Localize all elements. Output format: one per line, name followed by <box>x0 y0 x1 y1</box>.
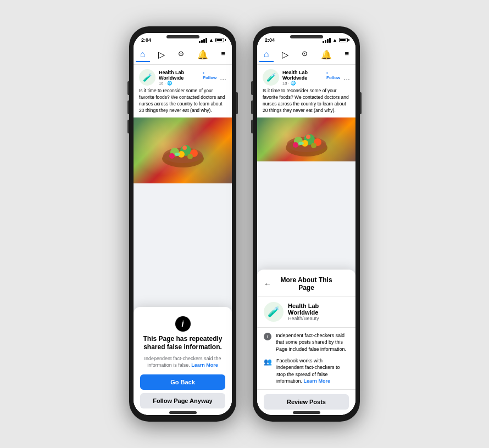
post-more-left[interactable]: ... <box>220 74 226 81</box>
menu-icon: ≡ <box>221 49 225 58</box>
signal-icon-right <box>323 38 331 43</box>
nav-people-right[interactable]: ⊙ <box>297 48 312 62</box>
nav-menu-right[interactable]: ≡ <box>340 48 353 62</box>
nav-bar-left: ⌂ ▷ ⊙ 🔔 ≡ <box>134 45 232 65</box>
feed-left: 🧪 Health Lab Worldwide • Follow 1d · 🌐 .… <box>134 65 232 415</box>
scene: 2:04 ▲ ⌂ <box>118 15 371 433</box>
time-right: 2:04 <box>265 37 275 43</box>
post-time-left: 1d · 🌐 <box>159 81 216 86</box>
phone-left: 2:04 ▲ ⌂ <box>129 26 236 422</box>
svg-point-19 <box>298 142 304 145</box>
info-item-text-2: Facebook works with independent fact-che… <box>276 357 349 385</box>
home-icon-right: ⌂ <box>264 49 269 59</box>
status-icons-left: ▲ <box>199 37 224 43</box>
phone-screen-left: 2:04 ▲ ⌂ <box>134 33 232 415</box>
post-text-left: Is it time to reconsider some of your fa… <box>134 88 232 117</box>
page-avatar-left: 🧪 <box>139 69 155 86</box>
page-info-header: 🧪 Health Lab Worldwide Health/Beauty <box>257 296 355 328</box>
post-card-left: 🧪 Health Lab Worldwide • Follow 1d · 🌐 .… <box>134 65 232 183</box>
bell-icon-right: 🔔 <box>321 49 332 60</box>
post-header-right: 🧪 Health Lab Worldwide • Follow 1d · 🌐 .… <box>257 65 355 88</box>
page-info-sheet: ← More About This Page 🧪 Health Lab Worl… <box>257 270 355 415</box>
nav-bell-right[interactable]: 🔔 <box>316 48 336 62</box>
video-icon-right: ▷ <box>282 49 288 60</box>
feed-right: 🧪 Health Lab Worldwide • Follow 1d · 🌐 .… <box>257 65 355 415</box>
post-time-right: 1d · 🌐 <box>282 81 340 86</box>
warning-sheet-left: i This Page has repeatedly shared false … <box>134 307 232 415</box>
go-back-button[interactable]: Go Back <box>140 374 225 390</box>
svg-point-9 <box>175 153 180 156</box>
info-icon-1: i <box>264 333 271 340</box>
warning-subtitle: Independent fact-checkers said the infor… <box>140 355 225 369</box>
post-page-name-right: Health Lab Worldwide <box>282 70 325 81</box>
signal-icon <box>199 38 207 43</box>
svg-point-16 <box>293 142 298 148</box>
learn-more-link-right[interactable]: Learn More <box>304 378 331 384</box>
salad-svg-right <box>282 120 331 159</box>
review-posts-button[interactable]: Review Posts <box>264 394 349 410</box>
status-icons-right: ▲ <box>323 37 348 43</box>
info-item-text-1: Independent fact-checkers said that some… <box>276 332 349 353</box>
bell-icon: 🔔 <box>197 49 208 60</box>
salad-svg <box>158 131 208 170</box>
warning-info-icon: i <box>140 316 225 332</box>
info-item-1: i Independent fact-checkers said that so… <box>264 332 349 353</box>
people-icon-right: ⊙ <box>302 49 308 58</box>
home-icon: ⌂ <box>140 49 146 59</box>
sheet-header: ← More About This Page <box>257 270 355 296</box>
nav-bar-right: ⌂ ▷ ⊙ 🔔 ≡ <box>257 45 355 65</box>
warning-title: This Page has repeatedly shared false in… <box>140 335 225 352</box>
page-info-details: Health Lab Worldwide Health/Beauty <box>288 303 349 321</box>
phone-screen-right: 2:04 ▲ ⌂ <box>257 33 355 415</box>
status-bar-left: 2:04 ▲ <box>134 33 232 45</box>
post-text-right: Is it time to reconsider some of your fa… <box>257 88 355 117</box>
status-bar-right: 2:04 ▲ <box>257 33 355 45</box>
svg-point-18 <box>306 135 310 139</box>
wifi-icon-right: ▲ <box>332 37 337 43</box>
nav-home-right[interactable]: ⌂ <box>259 48 274 62</box>
svg-point-8 <box>182 145 187 150</box>
nav-menu-left[interactable]: ≡ <box>216 48 230 62</box>
info-icon-2: 👥 <box>264 358 272 366</box>
svg-point-7 <box>187 154 193 159</box>
post-image-right <box>257 117 355 161</box>
follow-link-right[interactable]: • Follow <box>326 70 340 80</box>
people-icon: ⊙ <box>178 49 184 58</box>
page-info-category: Health/Beauty <box>288 316 349 321</box>
page-info-name: Health Lab Worldwide <box>288 303 349 316</box>
battery-icon-right <box>339 38 348 42</box>
back-arrow-button[interactable]: ← <box>264 279 271 288</box>
wifi-icon: ▲ <box>209 37 214 43</box>
follow-anyway-button[interactable]: Follow Page Anyway <box>140 393 225 408</box>
info-items-list: i Independent fact-checkers said that so… <box>257 328 355 390</box>
post-meta-left: Health Lab Worldwide • Follow 1d · 🌐 <box>159 70 216 86</box>
time-left: 2:04 <box>141 37 151 43</box>
phone-right: 2:04 ▲ ⌂ <box>253 26 360 422</box>
page-info-avatar: 🧪 <box>264 302 284 322</box>
post-image-left <box>134 117 232 183</box>
learn-more-link-left[interactable]: Learn More <box>191 362 218 368</box>
nav-home-left[interactable]: ⌂ <box>136 48 150 62</box>
nav-video-right[interactable]: ▷ <box>277 48 293 62</box>
follow-link-left[interactable]: • Follow <box>203 70 216 80</box>
video-icon: ▷ <box>158 49 165 60</box>
post-card-right: 🧪 Health Lab Worldwide • Follow 1d · 🌐 .… <box>257 65 355 161</box>
nav-bell-left[interactable]: 🔔 <box>193 48 213 62</box>
post-more-right[interactable]: ... <box>343 74 350 81</box>
post-header-left: 🧪 Health Lab Worldwide • Follow 1d · 🌐 .… <box>134 65 232 88</box>
post-meta-right: Health Lab Worldwide • Follow 1d · 🌐 <box>282 70 340 86</box>
battery-icon <box>215 38 224 42</box>
nav-video-left[interactable]: ▷ <box>154 48 169 62</box>
menu-icon-right: ≡ <box>344 49 349 58</box>
svg-point-6 <box>169 153 175 159</box>
page-avatar-right: 🧪 <box>263 69 279 86</box>
svg-point-17 <box>311 143 316 148</box>
nav-people-left[interactable]: ⊙ <box>174 48 188 62</box>
info-item-2: 👥 Facebook works with independent fact-c… <box>264 357 349 385</box>
post-page-name-left: Health Lab Worldwide <box>159 70 202 81</box>
sheet-title: More About This Page <box>276 276 337 292</box>
